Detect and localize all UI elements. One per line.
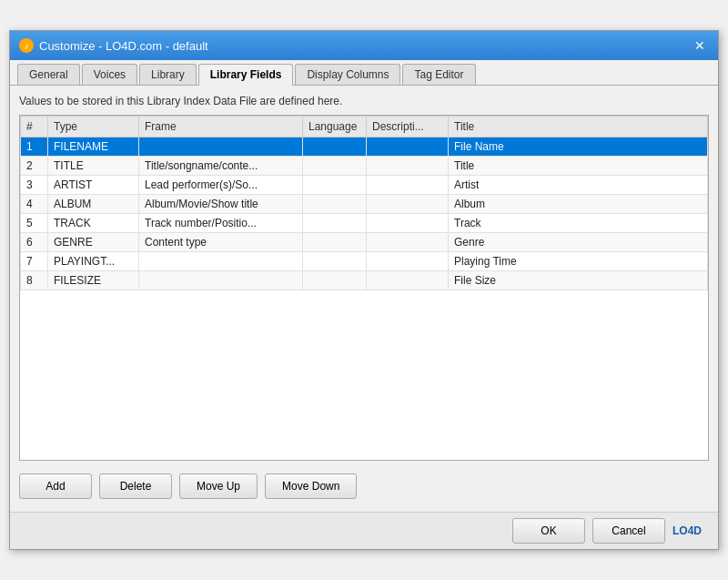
- cell-language: [303, 214, 367, 233]
- cell-frame: Track number/Positio...: [139, 214, 303, 233]
- col-header-title: Title: [449, 117, 708, 137]
- cell-title: Playing Time: [449, 252, 708, 271]
- content-area: Values to be stored in this Library Inde…: [10, 86, 718, 512]
- tab-voices[interactable]: Voices: [82, 64, 137, 85]
- move-down-button[interactable]: Move Down: [265, 473, 357, 499]
- app-icon: ♪: [19, 38, 34, 53]
- cell-title: File Name: [449, 137, 708, 157]
- cell-frame: Title/songname/conte...: [139, 157, 303, 176]
- table-row[interactable]: 6 GENRE Content type Genre: [21, 233, 708, 252]
- tab-library[interactable]: Library: [139, 64, 197, 85]
- cell-description: [367, 137, 449, 157]
- tab-tag-editor[interactable]: Tag Editor: [402, 64, 475, 85]
- table-row[interactable]: 8 FILESIZE File Size: [21, 271, 708, 290]
- window-title: Customize - LO4D.com - default: [39, 39, 208, 53]
- description-text: Values to be stored in this Library Inde…: [19, 95, 709, 107]
- table-row[interactable]: 7 PLAYINGT... Playing Time: [21, 252, 708, 271]
- table-row[interactable]: 1 FILENAME File Name: [21, 137, 708, 157]
- cell-language: [303, 137, 367, 157]
- cell-type: TRACK: [48, 214, 139, 233]
- table-row[interactable]: 3 ARTIST Lead performer(s)/So... Artist: [21, 176, 708, 195]
- cell-num: 5: [21, 214, 48, 233]
- cell-type: FILENAME: [48, 137, 139, 157]
- cell-language: [303, 271, 367, 290]
- cell-num: 2: [21, 157, 48, 176]
- delete-button[interactable]: Delete: [99, 473, 172, 499]
- col-header-language: Language: [303, 117, 367, 137]
- cell-title: Track: [449, 214, 708, 233]
- tab-library-fields[interactable]: Library Fields: [198, 64, 294, 86]
- add-button[interactable]: Add: [19, 473, 92, 499]
- cell-num: 4: [21, 195, 48, 214]
- tab-bar: General Voices Library Library Fields Di…: [10, 60, 718, 86]
- table-row[interactable]: 2 TITLE Title/songname/conte... Title: [21, 157, 708, 176]
- col-header-num: #: [21, 117, 48, 137]
- tab-general[interactable]: General: [17, 64, 80, 85]
- fields-table: # Type Frame Language Descripti... Title…: [20, 116, 708, 290]
- cell-language: [303, 195, 367, 214]
- cell-num: 6: [21, 233, 48, 252]
- cell-frame: [139, 252, 303, 271]
- cell-type: GENRE: [48, 233, 139, 252]
- action-buttons: Add Delete Move Up Move Down: [19, 470, 709, 503]
- fields-table-container: # Type Frame Language Descripti... Title…: [19, 115, 709, 461]
- move-up-button[interactable]: Move Up: [179, 473, 258, 499]
- close-button[interactable]: ✕: [691, 36, 709, 55]
- col-header-frame: Frame: [139, 117, 303, 137]
- cell-description: [367, 233, 449, 252]
- cell-description: [367, 195, 449, 214]
- cell-type: ARTIST: [48, 176, 139, 195]
- cell-title: File Size: [449, 271, 708, 290]
- main-window: ♪ Customize - LO4D.com - default ✕ Gener…: [9, 30, 719, 550]
- col-header-description: Descripti...: [367, 117, 449, 137]
- cell-description: [367, 252, 449, 271]
- footer-brand: LO4D: [672, 524, 702, 537]
- cell-description: [367, 157, 449, 176]
- table-row[interactable]: 5 TRACK Track number/Positio... Track: [21, 214, 708, 233]
- cell-num: 8: [21, 271, 48, 290]
- cell-num: 7: [21, 252, 48, 271]
- cell-language: [303, 157, 367, 176]
- cell-description: [367, 214, 449, 233]
- cell-frame: Content type: [139, 233, 303, 252]
- cell-title: Genre: [449, 233, 708, 252]
- cell-language: [303, 176, 367, 195]
- table-body: 1 FILENAME File Name 2 TITLE Title/songn…: [21, 137, 708, 290]
- cell-type: FILESIZE: [48, 271, 139, 290]
- cell-type: ALBUM: [48, 195, 139, 214]
- cell-language: [303, 233, 367, 252]
- cell-description: [367, 176, 449, 195]
- cancel-button[interactable]: Cancel: [592, 518, 665, 544]
- title-bar-left: ♪ Customize - LO4D.com - default: [19, 38, 208, 53]
- col-header-type: Type: [48, 117, 139, 137]
- cell-type: PLAYINGT...: [48, 252, 139, 271]
- cell-frame: [139, 137, 303, 157]
- cell-frame: Lead performer(s)/So...: [139, 176, 303, 195]
- cell-num: 1: [21, 137, 48, 157]
- footer-row: OK Cancel LO4D: [10, 512, 718, 549]
- cell-title: Artist: [449, 176, 708, 195]
- cell-description: [367, 271, 449, 290]
- cell-frame: [139, 271, 303, 290]
- cell-title: Title: [449, 157, 708, 176]
- cell-num: 3: [21, 176, 48, 195]
- cell-language: [303, 252, 367, 271]
- table-header-row: # Type Frame Language Descripti... Title: [21, 117, 708, 137]
- tab-display-columns[interactable]: Display Columns: [295, 64, 400, 85]
- cell-title: Album: [449, 195, 708, 214]
- table-row[interactable]: 4 ALBUM Album/Movie/Show title Album: [21, 195, 708, 214]
- brand-label: LO4D: [672, 524, 702, 537]
- title-bar: ♪ Customize - LO4D.com - default ✕: [10, 31, 718, 60]
- ok-button[interactable]: OK: [512, 518, 585, 544]
- cell-frame: Album/Movie/Show title: [139, 195, 303, 214]
- cell-type: TITLE: [48, 157, 139, 176]
